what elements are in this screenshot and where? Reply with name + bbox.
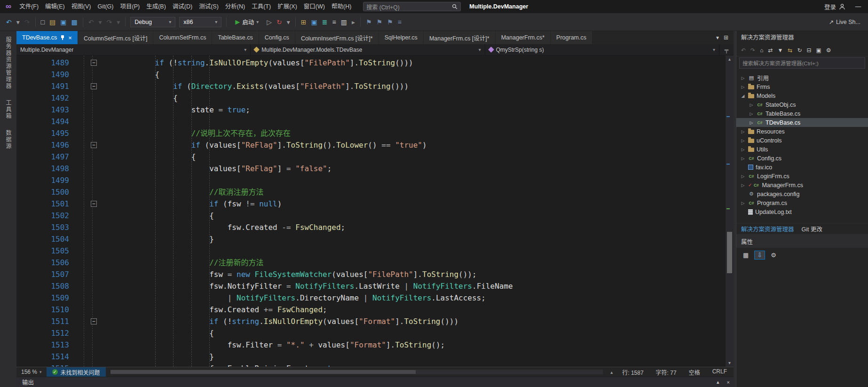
expander-icon[interactable]: ▷ — [740, 147, 746, 152]
fold-collapse-button[interactable]: − — [91, 83, 97, 89]
line-indicator[interactable]: 行: 1587 — [622, 368, 643, 376]
hot-reload-icon[interactable]: ↻ — [274, 18, 284, 26]
code-line[interactable]: 1503 fsw.Created -= FswChanged; — [16, 221, 726, 233]
expander-icon[interactable]: ▷ — [740, 201, 746, 205]
code-line[interactable]: 1489− if (!string.IsNullOrEmpty(values["… — [16, 57, 726, 69]
close-icon[interactable]: × — [723, 379, 734, 385]
close-icon[interactable]: × — [68, 35, 72, 41]
code-line[interactable]: 1497 { — [16, 151, 726, 163]
pin-icon[interactable] — [60, 35, 65, 40]
expander-icon[interactable]: ◢ — [740, 94, 746, 98]
code-line[interactable]: 1494 — [16, 116, 726, 127]
sign-in-button[interactable]: 登录 — [820, 2, 850, 11]
properties-grid[interactable] — [736, 262, 868, 387]
vertical-scrollbar[interactable]: ▴ ▾ — [726, 55, 734, 367]
tree-item[interactable]: UpdateLog.txt — [736, 207, 868, 216]
tree-item[interactable]: ◢Models — [736, 91, 868, 100]
expander-icon[interactable]: ▷ — [740, 138, 746, 143]
hot-reload-dropdown-icon[interactable]: ▾ — [284, 18, 292, 26]
document-health-indicator[interactable]: ✓ 未找到相关问题 — [47, 367, 106, 377]
fold-collapse-button[interactable]: − — [91, 60, 97, 66]
prev-bookmark-icon[interactable]: ⚑ — [374, 18, 385, 26]
se-show-all-files-icon[interactable]: ▣ — [814, 47, 823, 54]
panel-tab[interactable]: 解决方案资源管理器 — [741, 224, 794, 233]
expander-icon[interactable]: ▷ — [749, 111, 754, 116]
breadcrumb-section[interactable]: QmyStrSp(string s)▾ — [485, 44, 719, 55]
expander-icon[interactable]: ▷ — [740, 76, 746, 80]
menu-item[interactable]: 视图(V) — [68, 0, 95, 13]
code-line[interactable]: 1495 //说明上次不存在，此次存在 — [16, 127, 726, 139]
se-collapse-all-icon[interactable]: ⊟ — [805, 47, 813, 54]
menu-item[interactable]: 生成(B) — [143, 0, 169, 13]
minimize-button[interactable]: — — [850, 0, 866, 13]
scroll-up-icon[interactable]: ▴ — [726, 55, 734, 63]
tree-item[interactable]: ▷▤引用 — [736, 73, 868, 82]
code-line[interactable]: 1504 } — [16, 233, 726, 245]
navigate-indicator-icon[interactable]: ▸ — [349, 18, 357, 26]
save-all-icon[interactable]: ▩ — [69, 18, 79, 26]
code-line[interactable]: 1509 | NotifyFilters.DirectoryName | Not… — [16, 292, 726, 304]
save-icon[interactable]: ▣ — [58, 18, 69, 26]
fold-collapse-button[interactable]: − — [91, 318, 97, 324]
menu-item[interactable]: 测试(S) — [196, 0, 222, 13]
tree-item[interactable]: ▷C#Config.cs — [736, 154, 868, 163]
solution-platforms-combo[interactable]: x86▾ — [179, 17, 221, 27]
se-home-icon[interactable]: ⌂ — [758, 47, 765, 54]
breadcrumb-section[interactable]: Multiple.DevManager▾ — [16, 44, 251, 55]
fold-collapse-button[interactable]: − — [91, 142, 97, 148]
menu-item[interactable]: 文件(F) — [16, 0, 42, 13]
new-window-icon[interactable]: ⊞ — [299, 18, 309, 26]
next-bookmark-icon[interactable]: ⚑ — [385, 18, 395, 26]
code-line[interactable]: 1510 fsw.Created += FswChanged; — [16, 304, 726, 316]
tree-item[interactable]: ▷C#StateObj.cs — [736, 100, 868, 109]
se-switch-views-icon[interactable]: ⇄ — [766, 47, 774, 54]
split-window-icon[interactable]: ╤ — [719, 47, 734, 53]
horizontal-scrollbar[interactable] — [110, 370, 603, 374]
code-line[interactable]: 1507 fsw = new FileSystemWatcher(values[… — [16, 269, 726, 280]
se-back-icon[interactable]: ↶ — [739, 47, 748, 54]
props-categorized-icon[interactable]: ▦ — [740, 251, 751, 260]
document-tab[interactable]: Program.cs — [551, 31, 592, 44]
toggle-bookmark-icon[interactable]: ⚑ — [363, 18, 374, 26]
tree-item[interactable]: ▷C#TableBase.cs — [736, 109, 868, 118]
expander-icon[interactable]: ▷ — [740, 129, 746, 134]
zoom-control[interactable]: 156 % ▾ — [16, 367, 47, 377]
menu-item[interactable]: 编辑(E) — [42, 0, 68, 13]
tree-item[interactable]: ▷✓C#ManagerFrm.cs — [736, 181, 868, 190]
expander-icon[interactable]: ▷ — [749, 120, 754, 125]
document-tab[interactable]: ColumnSetFrm.cs — [153, 31, 212, 44]
document-tab[interactable]: TDevBase.cs× — [16, 31, 78, 44]
new-file-icon[interactable]: □ — [39, 18, 47, 26]
nav-back-icon[interactable]: ↶ — [4, 18, 14, 26]
bookmark-window-icon[interactable]: ≡ — [395, 18, 404, 26]
tree-item[interactable]: ▷C#LoginFrm.cs — [736, 172, 868, 181]
se-sync-active-document-icon[interactable]: ⇆ — [786, 47, 794, 54]
props-alphabetical-icon[interactable]: ⇩ — [754, 251, 765, 260]
expander-icon[interactable]: ▷ — [740, 183, 746, 188]
menu-item[interactable]: 调试(D) — [169, 0, 196, 13]
scroll-down-icon[interactable]: ▾ — [726, 359, 734, 367]
line-indent-icon[interactable]: ▥ — [339, 18, 349, 26]
tree-item[interactable]: fav.ico — [736, 163, 868, 172]
document-tab[interactable]: ManagerFrm.cs* — [496, 31, 551, 44]
menu-item[interactable]: 分析(N) — [222, 0, 248, 13]
tree-item[interactable]: ▷Resources — [736, 127, 868, 136]
code-line[interactable]: 1492 { — [16, 92, 726, 104]
start-debugging-button[interactable]: ▶ 启动 ▾ — [231, 17, 262, 26]
menu-item[interactable]: 项目(P) — [117, 0, 143, 13]
menu-item[interactable]: Git(G) — [94, 0, 117, 13]
nav-back-dropdown-icon[interactable]: ▾ — [14, 18, 22, 26]
solution-configurations-combo[interactable]: Debug▾ — [130, 17, 175, 27]
solution-explorer-search-input[interactable]: 搜索解决方案资源管理器(Ctrl+;) — [739, 57, 865, 69]
active-files-dropdown-icon[interactable]: ▾ — [715, 34, 720, 41]
tool-window-tab[interactable]: 服务器资源管理器 — [4, 37, 12, 89]
undo-dropdown-icon[interactable]: ▾ — [96, 18, 104, 26]
redo-dropdown-icon[interactable]: ▾ — [114, 18, 122, 26]
tree-item[interactable]: ▷C#TDevBase.cs — [736, 118, 868, 127]
code-line[interactable]: 1508 fsw.NotifyFilter = NotifyFilters.La… — [16, 280, 726, 292]
tree-item[interactable]: ▷uControls — [736, 136, 868, 145]
code-line[interactable]: 1499 — [16, 174, 726, 186]
quick-search-box[interactable]: 搜索 (Ctrl+Q) — [363, 2, 461, 11]
scroll-right-icon[interactable]: ▴ — [608, 370, 615, 375]
document-tab[interactable]: TableBase.cs — [212, 31, 259, 44]
